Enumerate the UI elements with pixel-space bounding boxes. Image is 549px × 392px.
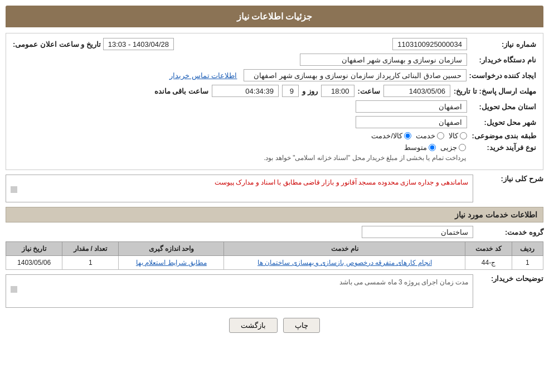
description-section: شرح کلی نیاز: ساماندهی و جداره سازی محدو… [6,175,543,202]
label-buyer-org: نام دستگاه خریدار: [469,56,536,64]
deadline-days-value: 9 [282,85,299,97]
buyer-org-value: سازمان نوسازی و بهسازی شهر اصفهان [300,54,467,66]
procurement-note: پرداخت تمام یا بخشی از مبلغ خریدار محل "… [264,154,466,162]
label-buyer-notes: توضیحات خریدار: [477,274,543,283]
label-procurement: نوع فرآیند خرید: [469,143,536,152]
announcement-number-value: 1103100925000034 [392,38,467,50]
buyer-notes-section: توضیحات خریدار: مدت زمان اجرای پروژه 3 م… [6,274,543,308]
main-info-section: شماره نیاز: 1103100925000034 1403/04/28 … [6,33,543,170]
row-deadline: مهلت ارسال پاسخ: تا تاریخ: 1403/05/06 سا… [13,85,536,97]
radio-kala: کالا [449,132,467,140]
deadline-time-value: 18:00 [321,85,354,97]
page-title: جزئیات اطلاعات نیاز [237,12,313,21]
category-radio-group: کالا خدمت کالا/خدمت [371,132,467,140]
radio-jozi: جزیی [440,143,466,152]
label-description: شرح کلی نیاز: [477,175,543,183]
label-deadline: مهلت ارسال پاسخ: تا تاریخ: [454,87,536,95]
label-service-group: گروه خدمت: [477,228,543,236]
col-header-row: ردیف [512,242,543,256]
buyer-notes-value: مدت زمان اجرای پروژه 3 ماه شمسی می باشد [339,278,468,286]
print-button[interactable]: چاپ [283,318,320,333]
deadline-date-value: 1403/05/06 [383,85,450,97]
label-requester: ایجاد کننده درخواست: [469,71,536,80]
requester-value: حسین صادق البنائی کارپرداز سازمان نوسازی… [244,69,467,81]
services-section-title: اطلاعات خدمات مورد نیاز [6,207,543,222]
label-announcement-number: شماره نیاز: [469,40,536,49]
col-header-name: نام خدمت [224,242,465,256]
row-requester: ایجاد کننده درخواست: حسین صادق البنائی ک… [13,69,536,81]
buttons-row: چاپ بازگشت [6,312,543,338]
label-city: شهر محل تحویل: [469,118,536,127]
service-group-value: ساختمان [362,226,473,238]
row-province: استان محل تحویل: اصفهان [13,100,536,113]
label-days: روز و [302,87,318,95]
radio-motevaset: متوسط [404,143,436,152]
table-row: 1ج-44انجام کارهای متفرقه درخصوص بازسازی … [6,256,543,270]
page-container: جزئیات اطلاعات نیاز شماره نیاز: 11031009… [0,0,549,392]
radio-jozi-input[interactable] [459,144,466,151]
province-value: اصفهان [356,100,467,113]
col-header-date: تاریخ نیاز [6,242,62,256]
requester-contact-link[interactable]: اطلاعات تماس خریدار [169,71,237,80]
services-section: اطلاعات خدمات مورد نیاز گروه خدمت: ساختم… [6,207,543,270]
radio-kala-khedmat-input[interactable] [404,132,411,139]
label-datetime: تاریخ و ساعت اعلان عمومی: [13,40,101,49]
col-header-code: کد خدمت [465,242,512,256]
back-button[interactable]: بازگشت [229,318,278,333]
service-group-row: گروه خدمت: ساختمان [6,226,543,238]
resize-handle[interactable] [11,186,17,193]
table-header-row: ردیف کد خدمت نام خدمت واحد اندازه گیری ت… [6,242,543,256]
label-remaining: ساعت باقی مانده [154,87,208,95]
buyer-notes-box: مدت زمان اجرای پروژه 3 ماه شمسی می باشد [6,274,473,308]
deadline-remaining-value: 04:34:39 [212,85,279,97]
page-header: جزئیات اطلاعات نیاز [6,6,543,27]
col-header-qty: تعداد / مقدار [62,242,119,256]
datetime-value: 1403/04/28 - 13:03 [103,38,174,50]
radio-kala-khedmat: کالا/خدمت [371,132,411,140]
notes-resize-handle[interactable] [11,286,17,293]
label-province: استان محل تحویل: [469,103,536,111]
radio-khedmat: خدمت [416,132,444,140]
row-buyer-org: نام دستگاه خریدار: سازمان نوسازی و بهساز… [13,54,536,66]
description-value: ساماندهی و جداره سازی محدوده مسجد آقانور… [215,178,468,186]
radio-motevaset-input[interactable] [429,144,436,151]
procurement-radio-group: جزیی متوسط [264,143,466,152]
label-deadline-time: ساعت: [358,87,380,95]
city-value: اصفهان [356,116,467,128]
row-number-date: شماره نیاز: 1103100925000034 1403/04/28 … [13,38,536,50]
row-category: طبقه بندی موضوعی: کالا خدمت کالا/خدمت [13,132,536,140]
row-procurement: نوع فرآیند خرید: جزیی متوسط پرداخت تمام … [13,143,536,162]
description-box: ساماندهی و جداره سازی محدوده مسجد آقانور… [6,175,473,202]
col-header-unit: واحد اندازه گیری [119,242,224,256]
radio-khedmat-input[interactable] [437,132,444,139]
radio-kala-input[interactable] [460,132,467,139]
row-city: شهر محل تحویل: اصفهان [13,116,536,128]
services-table: ردیف کد خدمت نام خدمت واحد اندازه گیری ت… [6,241,543,270]
label-category: طبقه بندی موضوعی: [469,132,536,140]
